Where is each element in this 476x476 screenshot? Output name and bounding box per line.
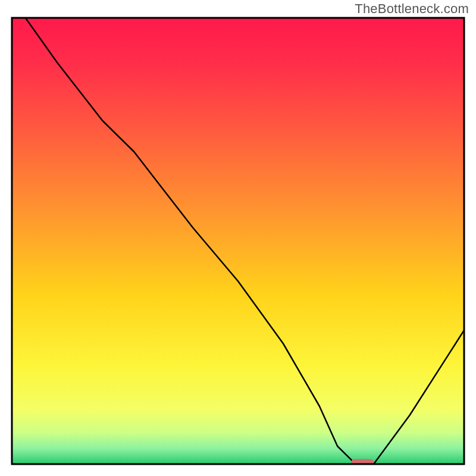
watermark-label: TheBottleneck.com [355, 1, 469, 17]
bottleneck-chart [0, 0, 476, 476]
gradient-background [12, 18, 464, 464]
highlight-pill [351, 459, 374, 467]
chart-container: TheBottleneck.com [0, 0, 476, 476]
